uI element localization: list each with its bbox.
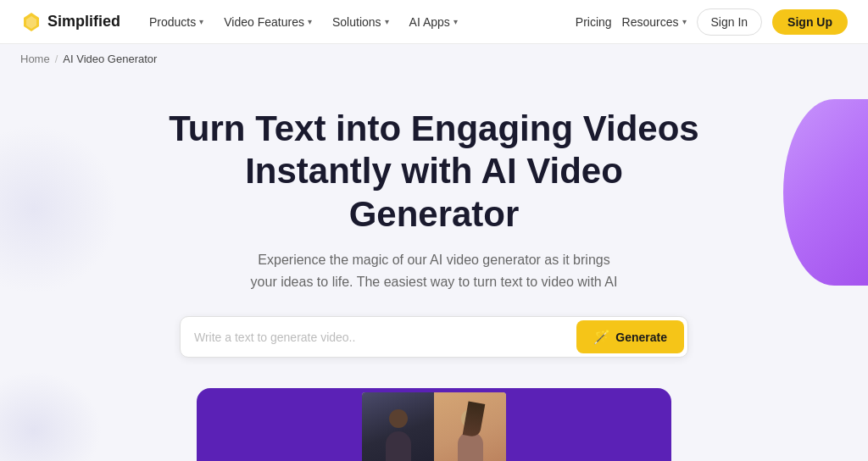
- hero-section: Turn Text into Engaging Videos Instantly…: [0, 74, 868, 461]
- chevron-down-icon: ▾: [682, 17, 687, 26]
- nav-ai-apps[interactable]: AI Apps ▾: [401, 10, 466, 34]
- decorative-blob-right: [783, 99, 868, 286]
- navbar: Simplified Products ▾ Video Features ▾ S…: [0, 0, 868, 44]
- sign-in-button[interactable]: Sign In: [697, 8, 763, 36]
- person-silhouette-left: [381, 409, 415, 461]
- decorative-blob-bottom: [0, 371, 102, 461]
- thumbnail-right: [434, 392, 506, 461]
- wand-icon: 🪄: [593, 329, 610, 345]
- chevron-down-icon: ▾: [385, 17, 389, 26]
- breadcrumb: Home / AI Video Generator: [0, 44, 868, 74]
- hero-title: Turn Text into Engaging Videos Instantly…: [163, 108, 705, 236]
- breadcrumb-home[interactable]: Home: [20, 53, 50, 65]
- chevron-down-icon: ▾: [308, 17, 312, 26]
- breadcrumb-separator: /: [55, 53, 58, 65]
- video-text-input[interactable]: [194, 324, 576, 351]
- brand-logo[interactable]: Simplified: [20, 11, 120, 33]
- nav-solutions[interactable]: Solutions ▾: [324, 10, 398, 34]
- hero-subtitle: Experience the magic of our AI video gen…: [248, 249, 620, 292]
- chevron-down-icon: ▾: [453, 17, 458, 26]
- brand-name: Simplified: [47, 13, 120, 31]
- breadcrumb-current: AI Video Generator: [63, 53, 157, 65]
- sign-up-button[interactable]: Sign Up: [772, 9, 848, 35]
- video-thumbnail: [362, 392, 506, 461]
- nav-center: Products ▾ Video Features ▾ Solutions ▾ …: [141, 10, 576, 34]
- person-silhouette-right: [453, 409, 487, 461]
- chevron-down-icon: ▾: [199, 17, 203, 26]
- decorative-blob-left: [0, 125, 119, 294]
- thumbnail-left: [362, 392, 434, 461]
- nav-video-features[interactable]: Video Features ▾: [215, 10, 320, 34]
- generate-button[interactable]: 🪄 Generate: [576, 320, 684, 353]
- video-preview: [197, 388, 671, 461]
- nav-right: Pricing Resources ▾ Sign In Sign Up: [576, 8, 848, 36]
- nav-products[interactable]: Products ▾: [141, 10, 212, 34]
- nav-pricing[interactable]: Pricing: [576, 15, 612, 29]
- nav-resources[interactable]: Resources ▾: [622, 15, 687, 29]
- generate-input-row: 🪄 Generate: [180, 316, 688, 358]
